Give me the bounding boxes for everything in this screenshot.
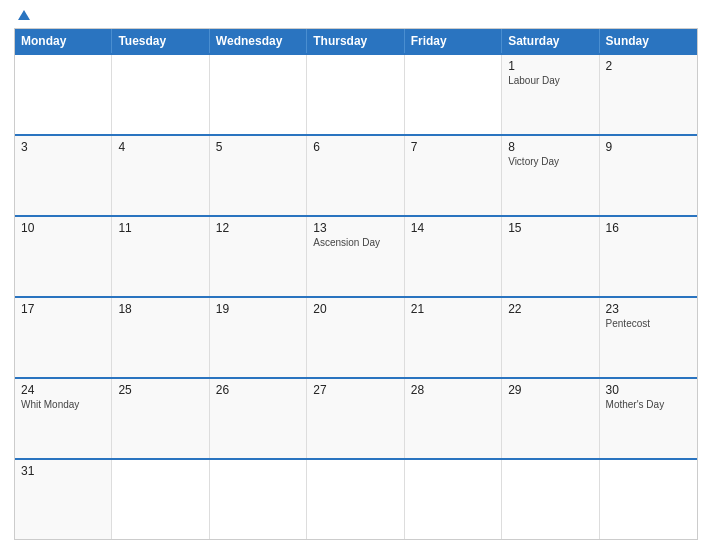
day-event: Ascension Day bbox=[313, 237, 397, 249]
calendar-cell bbox=[15, 55, 112, 134]
calendar-cell: 24Whit Monday bbox=[15, 379, 112, 458]
calendar-cell: 15 bbox=[502, 217, 599, 296]
day-number: 19 bbox=[216, 302, 300, 316]
day-number: 24 bbox=[21, 383, 105, 397]
calendar-cell: 27 bbox=[307, 379, 404, 458]
calendar-cell: 28 bbox=[405, 379, 502, 458]
week-row-3: 10111213Ascension Day141516 bbox=[15, 215, 697, 296]
calendar-cell: 8Victory Day bbox=[502, 136, 599, 215]
calendar-cell: 30Mother's Day bbox=[600, 379, 697, 458]
calendar-cell bbox=[112, 460, 209, 539]
day-number: 5 bbox=[216, 140, 300, 154]
day-number: 20 bbox=[313, 302, 397, 316]
calendar-cell: 18 bbox=[112, 298, 209, 377]
calendar-cell bbox=[307, 55, 404, 134]
calendar-cell: 26 bbox=[210, 379, 307, 458]
calendar-cell: 3 bbox=[15, 136, 112, 215]
day-number: 6 bbox=[313, 140, 397, 154]
calendar-cell: 5 bbox=[210, 136, 307, 215]
calendar-cell: 10 bbox=[15, 217, 112, 296]
day-number: 10 bbox=[21, 221, 105, 235]
logo-triangle-icon bbox=[18, 10, 30, 20]
day-number: 22 bbox=[508, 302, 592, 316]
day-event: Pentecost bbox=[606, 318, 691, 330]
day-number: 9 bbox=[606, 140, 691, 154]
day-number: 14 bbox=[411, 221, 495, 235]
day-number: 1 bbox=[508, 59, 592, 73]
day-number: 17 bbox=[21, 302, 105, 316]
calendar-cell: 1Labour Day bbox=[502, 55, 599, 134]
calendar-cell bbox=[502, 460, 599, 539]
calendar-header-row: Monday Tuesday Wednesday Thursday Friday… bbox=[15, 29, 697, 53]
page: Monday Tuesday Wednesday Thursday Friday… bbox=[0, 0, 712, 550]
calendar-cell: 2 bbox=[600, 55, 697, 134]
calendar: Monday Tuesday Wednesday Thursday Friday… bbox=[14, 28, 698, 540]
col-saturday: Saturday bbox=[502, 29, 599, 53]
day-number: 23 bbox=[606, 302, 691, 316]
day-number: 21 bbox=[411, 302, 495, 316]
calendar-cell bbox=[112, 55, 209, 134]
day-number: 13 bbox=[313, 221, 397, 235]
calendar-cell bbox=[600, 460, 697, 539]
calendar-cell bbox=[307, 460, 404, 539]
calendar-cell: 20 bbox=[307, 298, 404, 377]
day-number: 15 bbox=[508, 221, 592, 235]
calendar-cell bbox=[210, 460, 307, 539]
calendar-cell: 23Pentecost bbox=[600, 298, 697, 377]
calendar-cell bbox=[405, 460, 502, 539]
day-number: 31 bbox=[21, 464, 105, 478]
day-event: Mother's Day bbox=[606, 399, 691, 411]
day-number: 29 bbox=[508, 383, 592, 397]
calendar-cell: 9 bbox=[600, 136, 697, 215]
col-sunday: Sunday bbox=[600, 29, 697, 53]
calendar-cell: 14 bbox=[405, 217, 502, 296]
week-row-6: 31 bbox=[15, 458, 697, 539]
calendar-cell bbox=[405, 55, 502, 134]
week-row-1: 1Labour Day2 bbox=[15, 53, 697, 134]
day-number: 18 bbox=[118, 302, 202, 316]
logo bbox=[14, 10, 30, 20]
calendar-cell: 13Ascension Day bbox=[307, 217, 404, 296]
logo-blue-text bbox=[14, 10, 30, 20]
day-number: 12 bbox=[216, 221, 300, 235]
day-number: 26 bbox=[216, 383, 300, 397]
col-thursday: Thursday bbox=[307, 29, 404, 53]
calendar-cell: 7 bbox=[405, 136, 502, 215]
day-number: 30 bbox=[606, 383, 691, 397]
calendar-body: 1Labour Day2345678Victory Day910111213As… bbox=[15, 53, 697, 539]
col-friday: Friday bbox=[405, 29, 502, 53]
day-number: 7 bbox=[411, 140, 495, 154]
week-row-2: 345678Victory Day9 bbox=[15, 134, 697, 215]
day-number: 11 bbox=[118, 221, 202, 235]
day-event: Labour Day bbox=[508, 75, 592, 87]
calendar-cell: 4 bbox=[112, 136, 209, 215]
day-number: 8 bbox=[508, 140, 592, 154]
calendar-cell: 29 bbox=[502, 379, 599, 458]
day-number: 16 bbox=[606, 221, 691, 235]
day-event: Victory Day bbox=[508, 156, 592, 168]
col-wednesday: Wednesday bbox=[210, 29, 307, 53]
week-row-5: 24Whit Monday252627282930Mother's Day bbox=[15, 377, 697, 458]
col-monday: Monday bbox=[15, 29, 112, 53]
calendar-cell: 16 bbox=[600, 217, 697, 296]
col-tuesday: Tuesday bbox=[112, 29, 209, 53]
calendar-cell: 11 bbox=[112, 217, 209, 296]
day-number: 3 bbox=[21, 140, 105, 154]
calendar-cell: 25 bbox=[112, 379, 209, 458]
week-row-4: 17181920212223Pentecost bbox=[15, 296, 697, 377]
calendar-cell: 12 bbox=[210, 217, 307, 296]
calendar-cell bbox=[210, 55, 307, 134]
day-number: 27 bbox=[313, 383, 397, 397]
calendar-cell: 17 bbox=[15, 298, 112, 377]
day-number: 25 bbox=[118, 383, 202, 397]
calendar-cell: 31 bbox=[15, 460, 112, 539]
calendar-cell: 21 bbox=[405, 298, 502, 377]
calendar-cell: 6 bbox=[307, 136, 404, 215]
day-number: 28 bbox=[411, 383, 495, 397]
calendar-cell: 22 bbox=[502, 298, 599, 377]
day-number: 2 bbox=[606, 59, 691, 73]
header bbox=[14, 10, 698, 20]
day-number: 4 bbox=[118, 140, 202, 154]
calendar-cell: 19 bbox=[210, 298, 307, 377]
day-event: Whit Monday bbox=[21, 399, 105, 411]
